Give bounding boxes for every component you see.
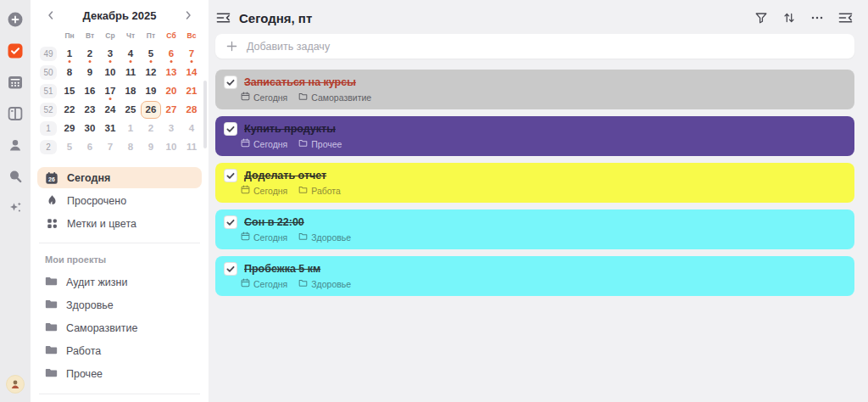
rail-sparkles-icon[interactable] (7, 199, 24, 216)
calendar-next-button[interactable] (181, 8, 195, 22)
calendar-day[interactable]: 25 (120, 101, 141, 119)
rail-add-icon[interactable] (7, 11, 24, 28)
rail-contacts-icon[interactable] (7, 137, 24, 154)
calendar-day[interactable]: 21 (181, 82, 202, 100)
task-checkbox-checked[interactable] (224, 122, 237, 136)
calendar-day[interactable]: 2 (80, 45, 100, 63)
folder-icon (45, 321, 58, 336)
collapse-panel-icon[interactable] (837, 10, 853, 25)
calendar-day[interactable]: 3 (161, 120, 181, 137)
sort-icon[interactable] (782, 10, 797, 25)
task-meta: СегодняЗдоровье (241, 278, 844, 289)
calendar-day[interactable]: 10 (100, 64, 120, 81)
folder-icon (45, 298, 58, 313)
calendar-day[interactable]: 23 (80, 101, 100, 119)
task-checkbox-checked[interactable] (224, 169, 237, 182)
project-item[interactable]: Работа (37, 339, 202, 362)
filter-icon[interactable] (754, 10, 769, 25)
task-date-chip: Сегодня (241, 185, 287, 196)
calendar-day[interactable]: 18 (120, 82, 141, 100)
sidebar-item-flame[interactable]: Просрочено (37, 190, 202, 211)
collapse-sidebar-icon[interactable] (215, 10, 231, 25)
calendar-day[interactable]: 14 (181, 64, 202, 81)
project-item[interactable]: Аудит жизни (37, 271, 202, 293)
calendar-day[interactable]: 30 (80, 120, 100, 137)
task-checkbox-checked[interactable] (224, 75, 237, 89)
flame-icon (45, 194, 58, 207)
calendar-day[interactable]: 11 (120, 64, 141, 81)
calendar-day[interactable]: 27 (161, 101, 181, 119)
calendar-day[interactable]: 3 (100, 45, 120, 63)
task-meta: СегодняСаморазвитие (241, 92, 844, 103)
calendar-day[interactable]: 29 (59, 120, 80, 137)
rail-kanban-icon[interactable] (7, 105, 24, 122)
task-row: Сон в 22:00 (224, 215, 844, 229)
calendar-day[interactable]: 24 (100, 101, 120, 119)
calendar-day[interactable]: 13 (161, 64, 181, 81)
sidebar-item-labels-grid[interactable]: Метки и цвета (37, 213, 202, 234)
task-date-label: Сегодня (253, 279, 287, 289)
calendar-day[interactable]: 8 (59, 64, 80, 81)
task-checkbox-checked[interactable] (224, 262, 237, 276)
calendar-day[interactable]: 2 (141, 120, 161, 137)
sidebar-item-today[interactable]: 26Сегодня (37, 167, 202, 188)
task-card[interactable]: Сон в 22:00СегодняЗдоровье (215, 209, 854, 249)
calendar-day[interactable]: 17 (100, 82, 120, 100)
calendar-day[interactable]: 8 (120, 138, 141, 156)
calendar-day[interactable]: 9 (141, 138, 161, 156)
calendar-day[interactable]: 5 (141, 45, 161, 63)
sidebar-scrollbar[interactable] (203, 81, 207, 148)
calendar-day[interactable]: 1 (120, 120, 141, 137)
rail-calendar-icon[interactable] (7, 74, 24, 91)
calendar-day[interactable]: 19 (141, 82, 161, 100)
rail-tasks-icon[interactable] (7, 42, 24, 59)
task-date-chip: Сегодня (241, 232, 287, 243)
calendar-day-selected[interactable]: 26 (141, 101, 161, 119)
task-card[interactable]: Записаться на курсыСегодняСаморазвитие (215, 70, 854, 109)
task-checkbox-checked[interactable] (224, 215, 237, 229)
project-item[interactable]: Здоровье (37, 293, 202, 316)
calendar-day[interactable]: 16 (80, 82, 100, 100)
day-of-week-label: Пн (59, 28, 80, 44)
calendar-day[interactable]: 12 (141, 64, 161, 81)
sidebar-item-label: Сегодня (67, 172, 110, 184)
calendar-day[interactable]: 6 (161, 45, 181, 63)
task-date-label: Сегодня (253, 139, 287, 149)
calendar-day[interactable]: 6 (80, 138, 100, 156)
sidebar-item-label: Просрочено (67, 195, 126, 207)
calendar-day[interactable]: 11 (181, 138, 202, 156)
rail-search-icon[interactable] (7, 168, 24, 185)
calendar-prev-button[interactable] (44, 8, 58, 22)
calendar-day[interactable]: 4 (181, 120, 202, 137)
calendar-day[interactable]: 4 (120, 45, 141, 63)
calendar-day[interactable]: 9 (80, 64, 100, 81)
project-item[interactable]: Прочее (37, 362, 202, 385)
task-project-chip: Здоровье (298, 232, 351, 243)
calendar-day[interactable]: 1 (59, 45, 80, 63)
project-item[interactable]: Саморазвитие (37, 316, 202, 339)
more-icon[interactable] (810, 10, 825, 25)
task-card[interactable]: Купить продуктыСегодняПрочее (215, 116, 854, 156)
calendar-day[interactable]: 10 (161, 138, 181, 156)
calendar-day[interactable]: 15 (59, 82, 80, 100)
week-number: 50 (40, 65, 57, 80)
task-project-label: Работа (311, 186, 341, 196)
task-dot (150, 60, 153, 63)
week-number: 51 (40, 84, 57, 98)
user-avatar[interactable] (6, 375, 25, 394)
calendar-day[interactable]: 7 (100, 138, 120, 156)
calendar-day[interactable]: 28 (181, 101, 202, 119)
task-project-chip: Саморазвитие (298, 92, 371, 103)
calendar-day[interactable]: 7 (181, 45, 202, 63)
calendar-day[interactable]: 20 (161, 82, 181, 100)
add-task-placeholder: Добавить задачу (247, 41, 330, 53)
calendar-day[interactable]: 22 (59, 101, 80, 119)
calendar-day[interactable]: 31 (100, 120, 120, 137)
calendar-month-title: Декабрь 2025 (83, 9, 157, 22)
task-card[interactable]: Доделать отчетСегодняРабота (215, 163, 854, 203)
sidebar: Декабрь 2025 ПнВтСрЧтПтСбВс4912345675089… (31, 0, 209, 402)
calendar-day[interactable]: 5 (59, 138, 80, 156)
add-task-input[interactable]: Добавить задачу (215, 34, 854, 59)
task-card[interactable]: Пробежка 5 кмСегодняЗдоровье (215, 256, 854, 296)
avatar-figure-icon (9, 378, 21, 390)
